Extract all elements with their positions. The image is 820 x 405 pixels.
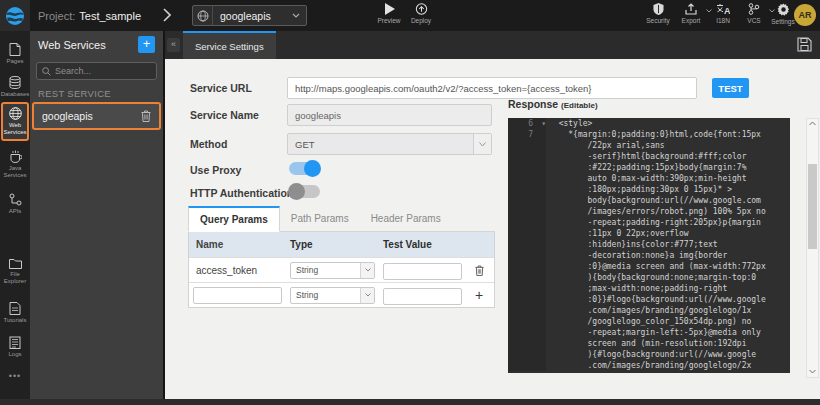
line-number xyxy=(508,173,538,184)
collapse-panel-button[interactable]: « xyxy=(167,38,180,52)
search-icon xyxy=(42,67,51,76)
fold-caret-icon xyxy=(538,360,546,371)
line-number xyxy=(508,360,538,371)
service-name-input[interactable] xyxy=(287,104,492,126)
preview-button[interactable]: Preview xyxy=(372,3,406,24)
add-service-button[interactable]: + xyxy=(138,36,155,53)
scrollbar-thumb[interactable] xyxy=(808,164,817,249)
i18n-button[interactable]: A I18N xyxy=(706,3,740,24)
fold-caret-icon: ▾ xyxy=(538,118,546,129)
web-services-panel: Web Services + REST SERVICE googleapis xyxy=(30,31,163,405)
code-line: -repeat;padding-right:205px}p{margin xyxy=(508,217,790,228)
code-line: /images/errors/robot.png) 100% 5px no xyxy=(508,206,790,217)
globe-icon xyxy=(193,6,213,25)
tab-query-params[interactable]: Query Params xyxy=(188,206,280,232)
section-label-rest-service: REST SERVICE xyxy=(38,88,111,99)
fold-caret-icon xyxy=(538,250,546,261)
scroll-up-icon[interactable] xyxy=(807,119,818,129)
sidebar-item-apis[interactable]: APIs xyxy=(0,193,30,215)
scroll-down-icon[interactable] xyxy=(807,367,818,377)
editor-scrollbar[interactable] xyxy=(806,118,819,378)
chevron-down-icon xyxy=(292,13,306,18)
params-table: Name Type Test Value access_token String xyxy=(188,232,495,308)
app-logo[interactable] xyxy=(0,0,30,31)
service-selector-value: googleapis xyxy=(213,10,292,22)
search-input[interactable] xyxy=(51,66,156,76)
tab-path-params[interactable]: Path Params xyxy=(280,206,360,231)
code-line: -serif}html{background:#fff;color xyxy=(508,151,790,162)
sidebar-item-logs[interactable]: Logs xyxy=(0,336,30,358)
toggle-knob xyxy=(288,183,305,200)
param-type-select[interactable]: String xyxy=(290,262,375,279)
deploy-button[interactable]: Deploy xyxy=(404,3,438,24)
column-header-type: Type xyxy=(286,239,379,250)
code-line: :hidden}ins{color:#777;text xyxy=(508,239,790,250)
test-button[interactable]: TEST xyxy=(712,78,749,98)
panel-divider xyxy=(163,31,165,405)
code-line: 6 ▾ <style> xyxy=(508,118,790,129)
code-line: .com/images/branding/googlelogo/1x xyxy=(508,305,790,316)
editor-tabbar: « Service Settings xyxy=(165,31,820,59)
params-card: Query Params Path Params Header Params N… xyxy=(188,206,495,308)
sidebar-item-tutorials[interactable]: Tutorials xyxy=(0,302,30,324)
more-dots-icon: ••• xyxy=(9,371,21,381)
response-code-editor[interactable]: 6 ▾ <style> 7 *{margin:0;padding:0}html,… xyxy=(508,118,790,373)
new-param-type-select[interactable]: String xyxy=(290,287,375,304)
code-text: ){#logo{background:url(//www.google xyxy=(546,349,756,360)
code-text: :11px 0 22px;overflow xyxy=(546,228,689,239)
code-text: :180px;padding:30px 0 15px}* > xyxy=(546,184,732,195)
sidebar-item-databases[interactable]: Databases xyxy=(0,76,30,98)
code-text: /googlelogo_color_150x54dp.png) no xyxy=(546,316,751,327)
code-line: ){body{background:none;margin-top:0 xyxy=(508,272,790,283)
sidebar-item-file-explorer[interactable]: File Explorer xyxy=(0,258,30,285)
service-selector-dropdown[interactable]: googleapis xyxy=(192,5,307,26)
project-label: Project: xyxy=(38,10,75,22)
code-line: :180px;padding:30px 0 15px}* > xyxy=(508,184,790,195)
response-label: Response (Editable) xyxy=(508,98,598,110)
sidebar-item-java-services[interactable]: Java Services xyxy=(0,150,30,179)
code-line: :11px 0 22px;overflow xyxy=(508,228,790,239)
globe-icon xyxy=(9,107,22,120)
project-name: Test_sample xyxy=(79,10,141,22)
new-param-name-input[interactable] xyxy=(193,287,282,304)
trash-icon[interactable] xyxy=(141,110,151,122)
sidebar-item-web-services[interactable]: Web Services xyxy=(1,102,29,141)
sidebar-more-button[interactable]: ••• xyxy=(0,371,30,381)
line-number xyxy=(508,327,538,338)
param-test-value-input[interactable] xyxy=(383,263,462,280)
line-number xyxy=(508,184,538,195)
code-line: ;max-width:none;padding-right xyxy=(508,283,790,294)
line-number xyxy=(508,239,538,250)
line-number: 6 xyxy=(508,118,538,129)
use-proxy-label: Use Proxy xyxy=(190,164,241,176)
tutorial-page-icon xyxy=(9,302,21,315)
new-param-test-value-input[interactable] xyxy=(383,288,462,305)
service-url-input[interactable] xyxy=(287,77,697,99)
code-line: body{background:url(//www.google.com xyxy=(508,195,790,206)
fold-caret-icon xyxy=(538,283,546,294)
tab-service-settings[interactable]: Service Settings xyxy=(183,31,276,59)
add-param-button[interactable]: + xyxy=(466,287,492,303)
param-new-row: String + xyxy=(189,282,494,307)
fold-caret-icon xyxy=(538,162,546,173)
http-auth-toggle[interactable] xyxy=(289,185,320,198)
topbar: Project: Test_sample googleapis Preview … xyxy=(0,0,820,31)
code-text: -repeat;margin-left:-5px}@media only xyxy=(546,327,761,338)
wavemaker-logo-icon xyxy=(5,6,25,26)
tab-header-params[interactable]: Header Params xyxy=(360,206,452,231)
security-button[interactable]: Security xyxy=(641,3,675,24)
code-text: body{background:url(//www.google.com xyxy=(546,195,761,206)
service-list-item-googleapis[interactable]: googleapis xyxy=(32,102,161,130)
method-select[interactable]: GET xyxy=(287,133,492,155)
play-icon xyxy=(384,3,395,15)
sidebar-item-pages[interactable]: Pages xyxy=(0,43,30,65)
save-icon[interactable] xyxy=(797,37,812,52)
code-text: auto 0;max-width:390px;min-height xyxy=(546,173,746,184)
export-button[interactable]: Export xyxy=(674,3,708,24)
code-text: *{margin:0;padding:0}html,code{font:15px xyxy=(546,129,761,140)
user-avatar[interactable]: AR xyxy=(794,4,816,26)
code-text: screen and (min-resolution:192dpi xyxy=(546,338,746,349)
use-proxy-toggle[interactable] xyxy=(289,162,320,175)
delete-param-button[interactable] xyxy=(466,265,492,276)
code-line: /googlelogo_color_150x54dp.png) no xyxy=(508,316,790,327)
